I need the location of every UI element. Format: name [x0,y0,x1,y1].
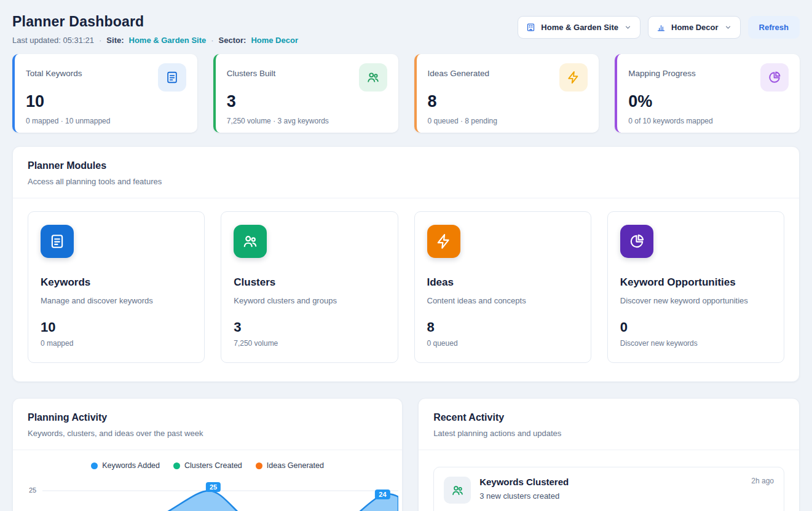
module-value: 10 [41,319,192,335]
module-detail: 7,250 volume [234,339,385,348]
module-value: 3 [234,319,385,335]
legend-label: Keywords Added [102,461,160,470]
bolt-icon [427,225,460,258]
stat-card-total-keywords: Total Keywords 10 0 mapped · 10 unmapped [12,54,197,133]
sector-selector-dropdown[interactable]: Home Decor [648,16,741,39]
section-subtitle: Keywords, clusters, and ideas over the p… [28,429,387,438]
section-title: Planning Activity [28,412,387,423]
recent-activity-header: Recent Activity Latest planning actions … [419,399,799,450]
site-link[interactable]: Home & Garden Site [129,36,207,45]
users-icon [444,477,471,504]
stat-label: Mapping Progress [628,63,696,78]
sector-label: Sector: [219,36,246,45]
sector-selector-value: Home Decor [671,23,719,32]
header-controls: Home & Garden Site Home Decor Refresh [518,16,800,39]
planning-activity-panel: Planning Activity Keywords, clusters, an… [12,398,403,511]
legend-item-ideas-generated[interactable]: Ideas Generated [256,461,324,470]
section-subtitle: Access all planning tools and features [28,177,784,186]
data-point-label: 25 [206,482,221,492]
bar-chart-icon [656,23,666,32]
meta-row: Last updated: 05:31:21 · Site: Home & Ga… [12,36,298,45]
stat-detail: 0 queued · 8 pending [428,117,588,125]
module-card-ideas[interactable]: Ideas Content ideas and concepts 8 0 que… [414,211,591,363]
site-selector-value: Home & Garden Site [541,23,618,32]
stat-detail: 7,250 volume · 3 avg keywords [227,117,387,125]
site-selector-dropdown[interactable]: Home & Garden Site [518,16,641,39]
area-chart-svg [42,477,398,511]
stat-value: 0% [628,92,789,111]
separator-dot: · [211,36,213,45]
legend-label: Ideas Generated [267,461,324,470]
document-icon [41,225,74,258]
module-title: Clusters [234,276,385,289]
planner-modules-panel: Planner Modules Access all planning tool… [12,146,800,382]
pie-chart-icon [620,225,653,258]
module-description: Manage and discover keywords [41,296,192,305]
users-icon [359,63,387,92]
module-card-keyword-opportunities[interactable]: Keyword Opportunities Discover new keywo… [607,211,784,363]
module-card-keywords[interactable]: Keywords Manage and discover keywords 10… [28,211,205,363]
module-value: 0 [620,319,771,335]
header-left: Planner Dashboard Last updated: 05:31:21… [12,14,298,45]
stat-detail: 0 of 10 keywords mapped [628,117,789,125]
module-value: 8 [427,319,578,335]
stat-card-clusters-built: Clusters Built 3 7,250 volume · 3 avg ke… [213,54,398,133]
data-point-label: 24 [375,490,390,499]
stat-card-mapping-progress: Mapping Progress 0% 0 of 10 keywords map… [615,54,800,133]
planner-dashboard-page: Planner Dashboard Last updated: 05:31:21… [0,0,812,511]
refresh-button[interactable]: Refresh [748,16,800,39]
module-title: Keyword Opportunities [620,276,771,289]
stat-value: 3 [227,92,387,111]
bolt-icon [559,63,588,92]
module-detail: Discover new keywords [620,339,771,348]
activity-body: Keywords Clustered 2h ago 3 new clusters… [479,477,774,504]
bottom-row: Planning Activity Keywords, clusters, an… [12,398,800,511]
module-description: Content ideas and concepts [427,296,578,305]
site-label: Site: [106,36,124,45]
legend-dot [256,462,262,469]
planner-modules-header: Planner Modules Access all planning tool… [13,147,799,198]
module-title: Keywords [41,276,192,289]
module-detail: 0 mapped [41,339,192,348]
stat-label: Clusters Built [227,63,276,78]
modules-grid: Keywords Manage and discover keywords 10… [13,198,799,381]
legend-item-clusters-created[interactable]: Clusters Created [173,461,242,470]
activity-timestamp: 2h ago [751,477,774,485]
building-icon [526,23,535,32]
chart-legend: Keywords Added Clusters Created Ideas Ge… [13,450,402,470]
section-title: Planner Modules [28,160,784,171]
recent-activity-panel: Recent Activity Latest planning actions … [418,398,800,511]
activity-title: Keywords Clustered [479,477,569,487]
header: Planner Dashboard Last updated: 05:31:21… [12,14,800,45]
legend-label: Clusters Created [184,461,242,470]
y-axis-tick: 25 [29,486,36,494]
module-detail: 0 queued [427,339,578,348]
module-description: Keyword clusters and groups [234,296,385,305]
planning-activity-header: Planning Activity Keywords, clusters, an… [13,399,402,450]
legend-dot [173,462,180,469]
activity-chart: 25 25 24 [13,477,402,511]
section-subtitle: Latest planning actions and updates [433,429,784,438]
users-icon [234,225,267,258]
module-card-clusters[interactable]: Clusters Keyword clusters and groups 3 7… [221,211,398,363]
legend-dot [91,462,98,469]
pie-chart-icon [760,63,789,92]
stat-value: 8 [428,92,588,111]
last-updated-text: Last updated: 05:31:21 [12,36,94,45]
module-title: Ideas [427,276,578,289]
activity-description: 3 new clusters created [479,491,774,501]
activity-item-keywords-clustered: Keywords Clustered 2h ago 3 new clusters… [433,467,784,511]
stats-row: Total Keywords 10 0 mapped · 10 unmapped… [12,54,800,133]
stat-label: Ideas Generated [428,63,490,78]
stat-label: Total Keywords [26,63,82,78]
stat-card-ideas-generated: Ideas Generated 8 0 queued · 8 pending [414,54,599,133]
activity-list: Keywords Clustered 2h ago 3 new clusters… [419,450,799,511]
legend-item-keywords-added[interactable]: Keywords Added [91,461,160,470]
sector-link[interactable]: Home Decor [251,36,298,45]
document-icon [158,63,186,92]
chevron-down-icon [724,23,732,31]
page-title: Planner Dashboard [12,14,298,30]
module-description: Discover new keyword opportunities [620,296,771,305]
section-title: Recent Activity [433,412,784,423]
separator-dot: · [99,36,101,45]
